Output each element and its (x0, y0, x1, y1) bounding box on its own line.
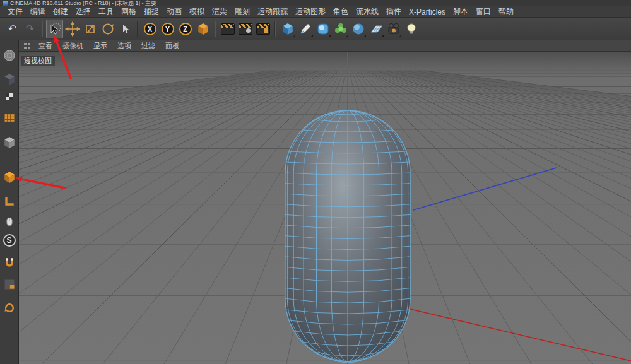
menu-help[interactable]: 帮助 (495, 6, 517, 17)
app-window: CINEMA 4D R18.011 Studio (RC - R18) - [未… (0, 0, 631, 364)
vp-menu-display[interactable]: 显示 (89, 41, 112, 50)
spline-pen-button[interactable] (297, 20, 314, 38)
menu-window[interactable]: 窗口 (472, 6, 495, 17)
rotate-icon (100, 21, 115, 37)
sidebar-snap-button[interactable]: S (1, 232, 17, 248)
menu-animate[interactable]: 动画 (163, 6, 186, 17)
lock-z-axis-button[interactable]: Z (177, 20, 194, 38)
render-picture-viewer-icon (239, 23, 252, 35)
toolbar-separator (215, 21, 216, 37)
workspace: S 查看 摄像机 显示 选项 过滤 面板 (0, 40, 631, 364)
sidebar-ruler-button[interactable] (1, 193, 17, 209)
menu-tools[interactable]: 工具 (95, 6, 117, 17)
scale-icon (83, 21, 98, 37)
generator-button[interactable] (314, 20, 331, 38)
toolbar-separator (274, 21, 276, 37)
viewport-label[interactable]: 透视校图 (21, 56, 55, 66)
sidebar-orange-cube-button[interactable] (1, 169, 17, 185)
sidebar-object-cube-button[interactable] (1, 134, 17, 150)
undo-button[interactable]: ↶ (4, 20, 21, 38)
ruler-l-icon (3, 195, 16, 208)
dark-cube-icon (3, 73, 16, 86)
live-selection-icon (48, 22, 62, 36)
light-bulb-icon (404, 22, 418, 36)
menu-render[interactable]: 渲染 (208, 6, 231, 17)
viewport-3d[interactable]: 透视校图 (19, 52, 631, 364)
z-axis-icon: Z (179, 23, 192, 35)
menu-file[interactable]: 文件 (4, 6, 27, 17)
x-axis-icon: X (144, 23, 156, 35)
dynamics-sphere-icon (351, 22, 365, 36)
rotate-tool-button[interactable] (99, 20, 116, 38)
sidebar-globe-button[interactable] (1, 47, 17, 63)
vp-menu-view[interactable]: 查看 (34, 41, 57, 50)
vp-menu-filter[interactable]: 过滤 (137, 41, 160, 50)
rotate-orange-icon (3, 302, 16, 314)
undo-icon: ↶ (8, 24, 16, 34)
menu-create[interactable]: 创建 (49, 6, 72, 17)
lock-y-axis-button[interactable]: Y (159, 20, 176, 38)
render-settings-icon (256, 23, 270, 35)
render-picture-viewer-button[interactable] (237, 20, 254, 38)
sidebar-magnet-button[interactable] (1, 254, 17, 270)
spline-pen-icon (298, 22, 312, 36)
menu-select[interactable]: 选择 (72, 6, 95, 17)
menu-xparticles[interactable]: X-Particles (405, 8, 449, 16)
last-tool-icon (119, 22, 133, 36)
s-badge-icon: S (3, 234, 16, 247)
menu-mesh[interactable]: 网格 (117, 6, 140, 17)
move-icon (65, 21, 80, 37)
menu-motion-tracker[interactable]: 运动跟踪 (254, 6, 292, 17)
globe-grid-icon (3, 49, 16, 62)
left-toolbar: S (0, 40, 19, 364)
render-settings-button[interactable] (254, 20, 271, 38)
menu-snap[interactable]: 捕捉 (140, 6, 163, 17)
menu-mograph[interactable]: 运动图形 (292, 6, 329, 17)
checkerboard-icon (4, 91, 15, 102)
light-button[interactable] (403, 20, 420, 38)
viewport-column: 查看 摄像机 显示 选项 过滤 面板 (19, 40, 631, 364)
titlebar: CINEMA 4D R18.011 Studio (RC - R18) - [未… (0, 0, 631, 6)
redo-icon: ↷ (26, 24, 34, 34)
mouse-icon (3, 215, 16, 228)
menu-sculpt[interactable]: 雕刻 (231, 6, 254, 17)
toolbar-separator (42, 21, 43, 37)
menu-character[interactable]: 角色 (329, 6, 352, 17)
sidebar-texture-grid-button[interactable] (1, 110, 17, 126)
primitive-cube-button[interactable] (279, 20, 296, 38)
render-view-button[interactable] (219, 20, 236, 38)
dynamics-button[interactable] (350, 20, 367, 38)
live-selection-button[interactable] (46, 20, 63, 38)
lock-x-axis-button[interactable]: X (141, 20, 158, 38)
viewport-canvas[interactable] (19, 52, 631, 364)
sidebar-model-cube-button[interactable] (1, 71, 17, 87)
orange-grid-icon (3, 112, 16, 124)
lock-grid-icon (3, 278, 16, 291)
sidebar-workplane-lock-button[interactable] (1, 276, 17, 292)
main-toolbar: ↶ ↷ X Y Z (0, 18, 631, 40)
orange-cube-icon (3, 171, 16, 184)
sidebar-render-flag-button[interactable] (1, 88, 17, 104)
vp-menu-options[interactable]: 选项 (113, 41, 136, 50)
vp-menu-panel[interactable]: 面板 (161, 41, 184, 50)
vp-menu-cameras[interactable]: 摄像机 (58, 41, 88, 50)
menu-plugins[interactable]: 插件 (382, 6, 405, 17)
menu-script[interactable]: 脚本 (449, 6, 472, 17)
last-tool-button[interactable] (117, 20, 134, 38)
sidebar-mouse-button[interactable] (1, 213, 17, 229)
scale-tool-button[interactable] (81, 20, 98, 38)
menu-edit[interactable]: 编辑 (27, 6, 49, 17)
camera-button[interactable] (385, 20, 402, 38)
sidebar-rotate-workplane-button[interactable] (1, 300, 17, 315)
menu-simulate[interactable]: 模拟 (186, 6, 208, 17)
app-icon (3, 1, 8, 6)
floor-button[interactable] (367, 20, 384, 38)
move-tool-button[interactable] (64, 20, 81, 38)
gray-cube-icon (3, 136, 16, 149)
mograph-button[interactable] (332, 20, 349, 38)
grid-dots-icon (23, 42, 31, 50)
coordinate-system-button[interactable] (194, 20, 211, 38)
redo-button[interactable]: ↷ (21, 20, 38, 38)
viewport-menu-grid-button[interactable] (21, 42, 33, 50)
menu-pipeline[interactable]: 流水线 (352, 6, 382, 17)
